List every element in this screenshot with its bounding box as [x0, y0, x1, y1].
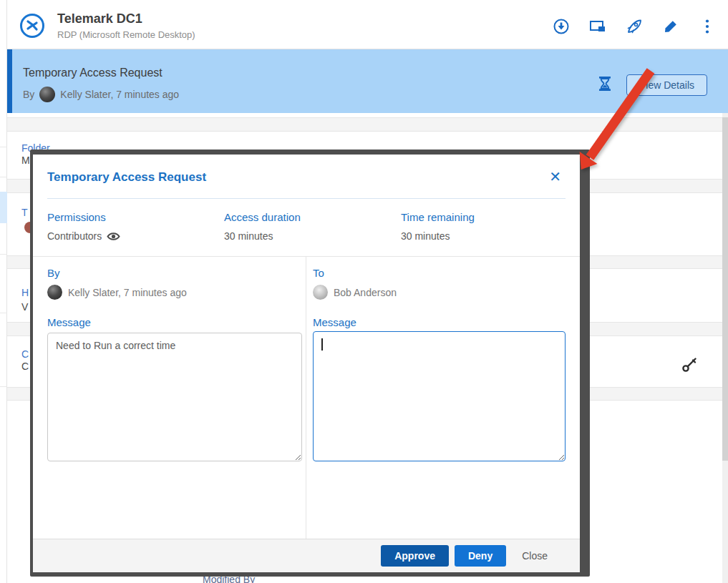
by-avatar — [47, 285, 62, 300]
eye-icon[interactable] — [107, 231, 120, 242]
close-icon[interactable]: ✕ — [549, 170, 561, 184]
by-person-name: Kelly Slater, 7 minutes ago — [68, 287, 187, 298]
bg-row4-label: C — [21, 348, 29, 360]
time-remaining-value: 30 minutes — [401, 230, 450, 242]
to-person-name: Bob Anderson — [334, 287, 397, 298]
section-band — [7, 117, 728, 132]
permissions-label: Permissions — [47, 211, 106, 223]
temporary-access-request-dialog: Temporary Access Request ✕ Permissions C… — [33, 155, 580, 572]
left-edge-panel — [0, 0, 7, 583]
to-avatar — [313, 285, 328, 300]
permissions-value-row: Contributors — [47, 230, 120, 242]
modal-frame: Temporary Access Request ✕ Permissions C… — [30, 150, 590, 577]
message-to-textarea[interactable] — [313, 331, 566, 461]
edit-pencil-icon[interactable] — [661, 17, 680, 36]
banner-byline: By Kelly Slater, 7 minutes ago — [23, 87, 179, 102]
selected-row-edge — [0, 192, 7, 223]
divider — [0, 177, 7, 177]
bg-row3-value: V — [21, 301, 28, 313]
header-actions — [552, 17, 717, 36]
requester-avatar — [39, 87, 55, 102]
dialog-title: Temporary Access Request — [47, 170, 206, 185]
divider — [47, 198, 566, 199]
approve-button[interactable]: Approve — [381, 545, 449, 567]
monitor-icon[interactable] — [588, 17, 607, 36]
scrollbar-thumb[interactable] — [722, 117, 728, 461]
access-duration-value: 30 minutes — [224, 230, 273, 242]
screen: Telemark DC1 RDP (Microsoft Remote Deskt… — [0, 0, 728, 583]
divider — [0, 313, 7, 313]
dialog-footer: Approve Deny Close — [33, 539, 580, 572]
page-header: Telemark DC1 RDP (Microsoft Remote Deskt… — [7, 0, 728, 49]
page-subtitle: RDP (Microsoft Remote Desktop) — [57, 29, 195, 40]
permissions-value: Contributors — [47, 230, 102, 242]
divider — [0, 147, 7, 147]
divider — [0, 254, 7, 255]
bg-folder-value: M — [21, 155, 30, 166]
by-person-row: Kelly Slater, 7 minutes ago — [47, 285, 187, 300]
message-by-label: Message — [47, 316, 91, 328]
deny-button[interactable]: Deny — [455, 545, 506, 567]
requester-name: Kelly Slater, 7 minutes ago — [60, 89, 179, 100]
to-section-label: To — [313, 267, 324, 279]
hourglass-icon — [597, 75, 613, 92]
access-request-banner: Temporary Access Request By Kelly Slater… — [7, 49, 728, 113]
bg-row3-label: H — [21, 287, 29, 298]
time-remaining-label: Time remaining — [401, 211, 475, 223]
to-person-row: Bob Anderson — [313, 285, 397, 300]
close-button[interactable]: Close — [522, 550, 548, 562]
view-details-button[interactable]: View Details — [626, 74, 707, 96]
column-divider — [306, 256, 306, 539]
by-section-label: By — [47, 267, 60, 279]
divider — [33, 256, 580, 257]
record-download-icon[interactable] — [552, 17, 571, 36]
banner-title: Temporary Access Request — [23, 67, 162, 79]
page-title: Telemark DC1 — [57, 11, 142, 26]
bg-row2-label: T — [21, 207, 28, 218]
message-by-textarea[interactable]: Need to Run a correct time — [47, 333, 302, 461]
access-duration-label: Access duration — [224, 211, 301, 223]
message-to-label: Message — [313, 316, 356, 328]
banner-accent-stripe — [7, 49, 12, 113]
key-icon[interactable] — [681, 355, 699, 373]
rocket-icon[interactable] — [625, 17, 644, 36]
bg-row4-value: C — [21, 361, 29, 372]
more-vertical-icon[interactable] — [698, 17, 717, 36]
rdp-app-icon — [19, 12, 46, 39]
divider — [0, 386, 7, 387]
by-label: By — [23, 89, 34, 100]
